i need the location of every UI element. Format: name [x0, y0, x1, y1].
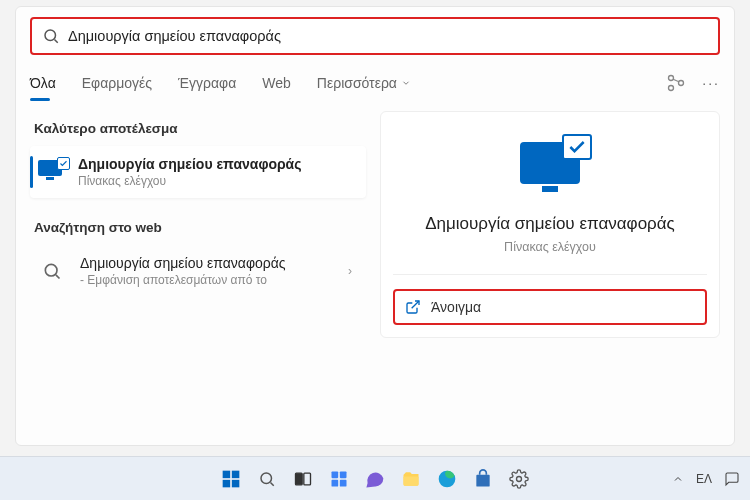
tab-documents[interactable]: Έγγραφα: [178, 75, 236, 91]
language-indicator[interactable]: ΕΛ: [696, 472, 712, 486]
result-web-search[interactable]: Δημιουργία σημείου επαναφοράς - Εμφάνιση…: [30, 245, 366, 297]
svg-point-13: [261, 473, 272, 484]
open-icon: [405, 299, 421, 315]
chat-icon[interactable]: [362, 466, 388, 492]
preview-subtitle: Πίνακας ελέγχου: [393, 240, 707, 254]
svg-rect-11: [223, 479, 231, 487]
svg-line-7: [56, 275, 60, 279]
preview-title: Δημιουργία σημείου επαναφοράς: [393, 214, 707, 234]
graph-icon[interactable]: [666, 73, 686, 93]
result-subtitle: Πίνακας ελέγχου: [78, 174, 302, 188]
open-label: Άνοιγμα: [431, 299, 481, 315]
web-search-heading: Αναζήτηση στο web: [34, 220, 362, 235]
chevron-right-icon: ›: [342, 264, 358, 278]
result-web-subtitle: - Εμφάνιση αποτελεσμάτων από το: [80, 273, 286, 287]
start-button[interactable]: [218, 466, 244, 492]
taskbar: ΕΛ: [0, 456, 750, 500]
svg-rect-23: [476, 474, 489, 486]
svg-point-24: [517, 476, 522, 481]
svg-point-3: [679, 81, 684, 86]
svg-rect-19: [332, 479, 339, 486]
svg-rect-10: [232, 470, 240, 478]
svg-rect-18: [340, 471, 347, 478]
tab-apps[interactable]: Εφαρμογές: [82, 75, 152, 91]
more-options-icon[interactable]: ···: [702, 75, 720, 91]
tab-all[interactable]: Όλα: [30, 75, 56, 91]
search-icon: [42, 261, 62, 281]
result-create-restore-point[interactable]: Δημιουργία σημείου επαναφοράς Πίνακας ελ…: [30, 146, 366, 198]
settings-icon[interactable]: [506, 466, 532, 492]
svg-point-0: [45, 30, 56, 41]
restore-point-icon-large: [520, 142, 580, 184]
svg-point-6: [45, 264, 57, 276]
task-view-icon[interactable]: [290, 466, 316, 492]
explorer-icon[interactable]: [398, 466, 424, 492]
search-input[interactable]: [68, 28, 718, 44]
svg-line-5: [673, 79, 679, 82]
result-title: Δημιουργία σημείου επαναφοράς: [78, 156, 302, 172]
svg-rect-16: [304, 473, 311, 485]
svg-point-2: [669, 76, 674, 81]
svg-rect-9: [223, 470, 231, 478]
svg-rect-15: [296, 473, 303, 485]
search-taskbar-icon[interactable]: [254, 466, 280, 492]
restore-point-icon: [38, 160, 66, 184]
open-button[interactable]: Άνοιγμα: [393, 289, 707, 325]
search-bar[interactable]: [30, 17, 720, 55]
tab-more[interactable]: Περισσότερα: [317, 75, 411, 91]
result-web-title: Δημιουργία σημείου επαναφοράς: [80, 255, 286, 271]
preview-pane: Δημιουργία σημείου επαναφοράς Πίνακας ελ…: [380, 111, 720, 338]
best-match-heading: Καλύτερο αποτέλεσμα: [34, 121, 362, 136]
tray-chevron-icon[interactable]: [672, 473, 684, 485]
svg-line-1: [54, 39, 57, 42]
svg-rect-17: [332, 471, 339, 478]
svg-line-14: [270, 482, 273, 485]
store-icon[interactable]: [470, 466, 496, 492]
edge-icon[interactable]: [434, 466, 460, 492]
notifications-icon[interactable]: [724, 471, 740, 487]
svg-line-8: [412, 301, 419, 308]
svg-rect-12: [232, 479, 240, 487]
widgets-icon[interactable]: [326, 466, 352, 492]
search-icon: [42, 27, 60, 45]
chevron-down-icon: [401, 78, 411, 88]
tab-web[interactable]: Web: [262, 75, 291, 91]
svg-rect-21: [404, 476, 419, 485]
svg-point-4: [669, 86, 674, 91]
svg-rect-20: [340, 479, 347, 486]
